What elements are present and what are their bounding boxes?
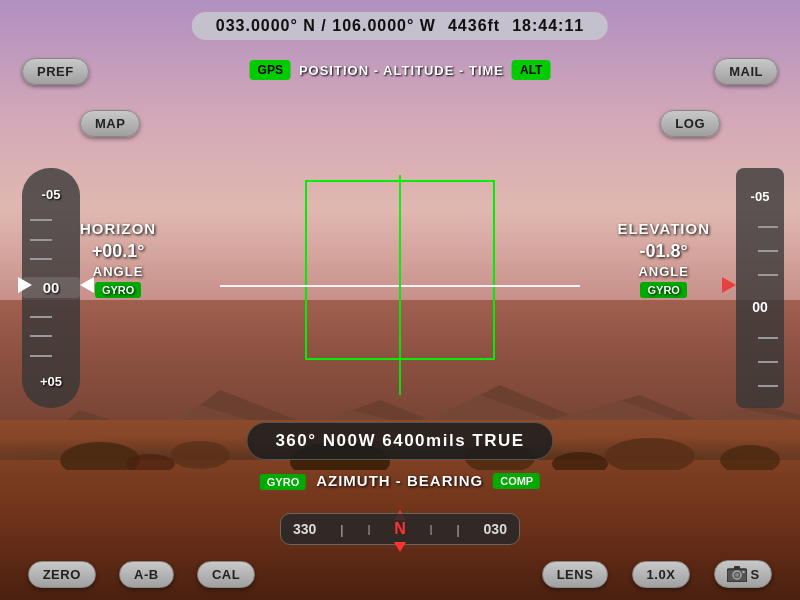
left-tick-2 (30, 239, 52, 241)
left-tick-4 (30, 316, 52, 318)
right-scale-top: -05 (736, 189, 784, 204)
compass-north: N (394, 520, 406, 538)
bottom-toolbar: ZERO A-B CAL LENS 1.0X S (0, 560, 800, 588)
right-scale: -05 00 (736, 168, 784, 408)
elevation-subtitle: ANGLE (617, 264, 710, 279)
pref-button[interactable]: PREF (22, 58, 89, 85)
camera-button[interactable]: S (714, 560, 773, 588)
compass-tick1: | (340, 522, 344, 537)
mail-button[interactable]: MAIL (714, 58, 778, 85)
crosshair-vertical (399, 175, 401, 395)
svg-rect-11 (734, 566, 740, 570)
alt-badge[interactable]: ALT (512, 60, 550, 80)
camera-icon (727, 566, 747, 582)
left-scale-top: -05 (42, 187, 61, 202)
compass-left: 330 (293, 521, 316, 537)
compass-right: 030 (484, 521, 507, 537)
svg-rect-14 (742, 571, 745, 573)
time-text: 18:44:11 (512, 17, 584, 35)
left-scale-pointer-right (18, 277, 32, 293)
right-tick-2 (758, 250, 778, 252)
log-button[interactable]: LOG (660, 110, 720, 137)
left-tick-3 (30, 258, 52, 260)
compass-tick-small2: | (429, 523, 432, 535)
coordinates-text: 033.0000° N / 106.0000° W (216, 17, 436, 35)
zoom-button[interactable]: 1.0X (632, 561, 691, 588)
altitude-text: 4436ft (448, 17, 500, 35)
right-tick-4 (758, 337, 778, 339)
right-scale-pointer (722, 277, 736, 293)
right-tick-3 (758, 274, 778, 276)
gps-badge[interactable]: GPS (250, 60, 291, 80)
coordinate-bar: 033.0000° N / 106.0000° W 4436ft 18:44:1… (192, 12, 608, 40)
lens-button[interactable]: LENS (542, 561, 609, 588)
horizon-value: +00.1° (80, 241, 156, 262)
gps-row: GPS POSITION - ALTITUDE - TIME ALT (250, 60, 551, 80)
horizon-panel: HORIZON +00.1° ANGLE GYRO (80, 220, 156, 298)
left-tick-5 (30, 335, 52, 337)
left-tick-1 (30, 219, 52, 221)
cal-button[interactable]: CAL (197, 561, 255, 588)
horizon-subtitle: ANGLE (80, 264, 156, 279)
map-button[interactable]: MAP (80, 110, 140, 137)
north-pointer-down (394, 542, 406, 552)
svg-point-13 (735, 573, 739, 577)
elevation-gyro-badge[interactable]: GYRO (640, 282, 686, 298)
compass-tick2: | (456, 522, 460, 537)
right-tick-5 (758, 361, 778, 363)
compass-tick-small1: | (367, 523, 370, 535)
elevation-value: -01.8° (617, 241, 710, 262)
azimuth-label: AZIMUTH - BEARING (316, 472, 483, 489)
elevation-title: ELEVATION (617, 220, 710, 237)
horizon-title: HORIZON (80, 220, 156, 237)
gps-mode-label: POSITION - ALTITUDE - TIME (299, 63, 504, 78)
horizon-gyro-badge[interactable]: GYRO (95, 282, 141, 298)
compass-strip: 330 | | N | | 030 (280, 513, 520, 545)
right-tick-1 (758, 226, 778, 228)
comp-badge[interactable]: COMP (493, 473, 540, 489)
zero-button[interactable]: ZERO (28, 561, 96, 588)
ab-button[interactable]: A-B (119, 561, 174, 588)
azimuth-gyro-badge[interactable]: GYRO (260, 474, 306, 490)
elevation-panel: ELEVATION -01.8° ANGLE GYRO (617, 220, 710, 298)
camera-label: S (751, 567, 760, 582)
azimuth-value: 360° N00W 6400mils TRUE (246, 422, 553, 460)
right-tick-6 (758, 385, 778, 387)
right-scale-middle: 00 (736, 299, 784, 315)
left-scale-bottom: +05 (40, 374, 62, 389)
left-tick-6 (30, 355, 52, 357)
azimuth-row: GYRO AZIMUTH - BEARING COMP (260, 471, 540, 490)
